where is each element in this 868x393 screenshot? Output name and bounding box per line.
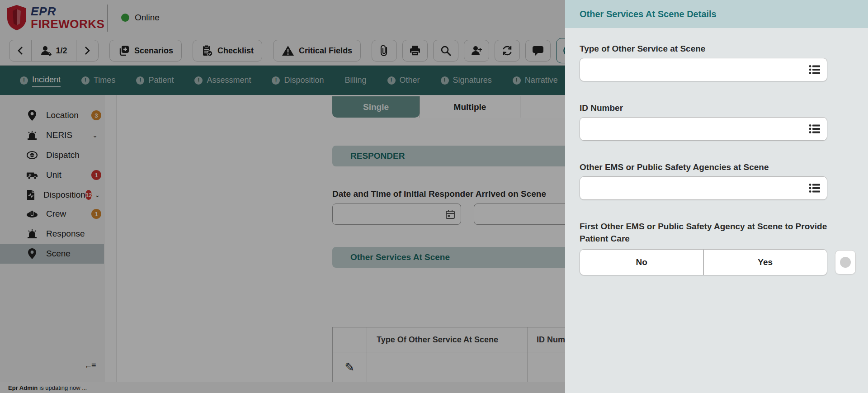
type-of-service-label: Type of Other Service at Scene — [580, 43, 833, 55]
radio-clear-dot — [840, 257, 851, 268]
first-agency-label: First Other EMS or Public Safety Agency … — [580, 220, 833, 245]
first-agency-no-button[interactable]: No — [580, 250, 704, 275]
first-agency-yes-button[interactable]: Yes — [704, 250, 827, 275]
lookup-list-icon[interactable] — [809, 124, 821, 134]
drawer-header: Other Services At Scene Details — [565, 0, 868, 28]
id-number-label: ID Number — [580, 102, 833, 114]
first-agency-bool-group: No Yes — [580, 249, 827, 275]
id-number-input-wrap — [580, 117, 827, 141]
first-agency-clear-button[interactable] — [835, 250, 856, 275]
other-agencies-input[interactable] — [580, 177, 809, 199]
other-agencies-input-wrap — [580, 176, 827, 200]
other-agencies-label: Other EMS or Public Safety Agencies at S… — [580, 161, 833, 173]
app-screen: EPR FIREWORKS Online 1/2 — [0, 0, 868, 393]
drawer-title: Other Services At Scene Details — [580, 9, 717, 19]
lookup-list-icon[interactable] — [809, 65, 821, 75]
other-services-details-drawer: Other Services At Scene Details Type of … — [565, 0, 868, 393]
type-of-service-input[interactable] — [580, 58, 809, 81]
type-of-service-input-wrap — [580, 58, 827, 81]
modal-dim-overlay[interactable] — [0, 0, 565, 393]
id-number-input[interactable] — [580, 118, 809, 140]
lookup-list-icon[interactable] — [809, 183, 821, 193]
